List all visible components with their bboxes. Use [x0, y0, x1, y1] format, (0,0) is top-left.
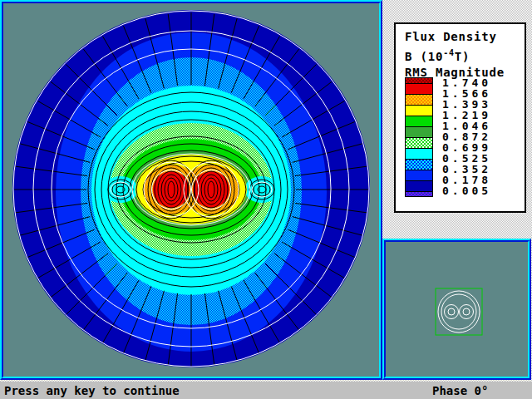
- plot-window: [0, 0, 382, 380]
- legend-swatch: [406, 105, 432, 116]
- legend-swatch: [406, 94, 432, 105]
- conductor-outline-right: [460, 305, 474, 319]
- legend-value: 0.005: [442, 185, 491, 196]
- legend-title-line1: Flux Density: [405, 29, 525, 45]
- status-message: Press any key to continue: [4, 384, 180, 397]
- legend-swatch: [406, 170, 432, 180]
- legend-swatch: [406, 83, 432, 94]
- cable-outline: [438, 291, 480, 332]
- preview-window-content: [384, 240, 530, 378]
- screen: Flux Density B (10-4T) RMS Magnitude 1.7…: [0, 0, 532, 399]
- legend-swatch-stack: [405, 77, 433, 197]
- legend-title-line2: B (10-4T): [405, 45, 525, 65]
- legend-title: Flux Density B (10-4T) RMS Magnitude: [405, 29, 525, 81]
- legend-swatch: [406, 159, 432, 170]
- legend-swatch: [406, 137, 432, 148]
- legend-swatch: [406, 191, 432, 196]
- legend-panel: Flux Density B (10-4T) RMS Magnitude 1.7…: [394, 22, 526, 213]
- preview-window: [382, 239, 531, 380]
- legend-swatch: [406, 126, 432, 137]
- flux-plot: [3, 3, 379, 377]
- legend-swatch: [406, 180, 432, 191]
- legend-values: 1.7401.5661.3931.2191.0460.8720.6990.525…: [442, 77, 491, 196]
- status-bar: Press any key to continue Phase 0°: [0, 382, 532, 399]
- legend-swatch: [406, 148, 432, 159]
- legend-swatch: [406, 116, 432, 126]
- preview-geometry: [386, 242, 528, 377]
- conductor-outline-left: [445, 305, 459, 319]
- phase-indicator: Phase 0°: [432, 384, 488, 397]
- plot-window-content: [2, 2, 381, 378]
